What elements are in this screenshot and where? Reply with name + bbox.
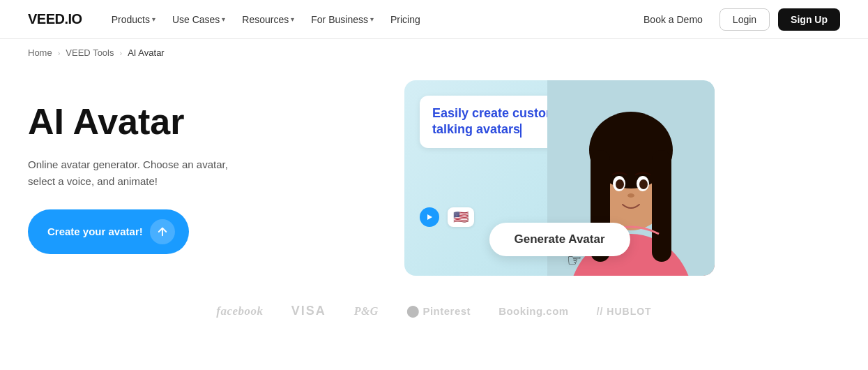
demo-card: Easily create custom talking avatars 🇺🇸 [404, 80, 715, 276]
right-side: Easily create custom talking avatars 🇺🇸 [404, 80, 840, 276]
language-flag[interactable]: 🇺🇸 [448, 207, 474, 227]
breadcrumb: Home › VEED Tools › AI Avatar [0, 39, 868, 66]
navbar: VEED.IO Products ▾ Use Cases ▾ Resources… [0, 0, 868, 39]
breadcrumb-tools[interactable]: VEED Tools [66, 47, 114, 58]
nav-use-cases-label: Use Cases [172, 14, 220, 25]
bubble-line1: Easily create custom [432, 106, 557, 120]
cursor-hand-icon: ☞ [567, 251, 582, 270]
svg-marker-0 [427, 214, 432, 220]
hero-title: AI Avatar [28, 102, 376, 142]
nav-for-business-label: For Business [311, 14, 368, 25]
pinterest-icon: ⬤ [406, 304, 420, 318]
breadcrumb-current: AI Avatar [128, 47, 165, 58]
chevron-icon: ▾ [152, 15, 155, 23]
main-content: AI Avatar Online avatar generator. Choos… [0, 66, 868, 276]
generate-avatar-button[interactable]: Generate Avatar [489, 223, 630, 256]
bubble-text: Easily create custom talking avatars [432, 105, 557, 138]
nav-resources-label: Resources [242, 14, 289, 25]
upload-icon [150, 219, 175, 244]
svg-point-10 [616, 179, 624, 189]
book-demo-button[interactable]: Book a Demo [635, 8, 711, 31]
nav-resources[interactable]: Resources ▾ [235, 10, 301, 29]
text-cursor [520, 124, 521, 138]
chevron-icon: ▾ [291, 15, 294, 23]
svg-rect-7 [652, 150, 671, 262]
navbar-right: Book a Demo Login Sign Up [635, 8, 840, 31]
svg-point-12 [627, 193, 634, 198]
logo-pg: P&G [354, 305, 379, 318]
logo-facebook: facebook [216, 304, 263, 318]
nav-products[interactable]: Products ▾ [105, 10, 162, 29]
logo[interactable]: VEED.IO [28, 11, 82, 27]
logo-hublot: // HUBLOT [597, 306, 652, 317]
nav-for-business[interactable]: For Business ▾ [304, 10, 381, 29]
nav-products-label: Products [112, 14, 150, 25]
chevron-icon: ▾ [370, 15, 374, 23]
logos-bar: facebook VISA P&G ⬤ Pinterest Booking.co… [0, 287, 868, 318]
nav-items: Products ▾ Use Cases ▾ Resources ▾ For B… [105, 10, 427, 29]
chevron-icon: ▾ [222, 15, 225, 23]
breadcrumb-sep-1: › [58, 49, 61, 57]
breadcrumb-sep-2: › [120, 49, 123, 57]
nav-pricing-label: Pricing [390, 14, 420, 25]
create-avatar-label: Create your avatar! [47, 225, 143, 237]
breadcrumb-home[interactable]: Home [28, 47, 52, 58]
left-side: AI Avatar Online avatar generator. Choos… [28, 102, 376, 253]
bubble-line2: talking avatars [432, 122, 520, 136]
create-avatar-button[interactable]: Create your avatar! [28, 209, 189, 254]
login-button[interactable]: Login [719, 8, 770, 31]
logo-pinterest: ⬤ Pinterest [406, 304, 471, 318]
controls-row: 🇺🇸 [420, 207, 474, 227]
nav-use-cases[interactable]: Use Cases ▾ [165, 10, 232, 29]
hero-description: Online avatar generator. Choose an avata… [28, 156, 244, 190]
signup-button[interactable]: Sign Up [778, 8, 840, 31]
svg-point-11 [639, 179, 648, 189]
logo-booking: Booking.com [498, 305, 569, 317]
play-button[interactable] [420, 207, 439, 227]
nav-pricing[interactable]: Pricing [383, 10, 427, 29]
logo-visa: VISA [291, 304, 326, 318]
